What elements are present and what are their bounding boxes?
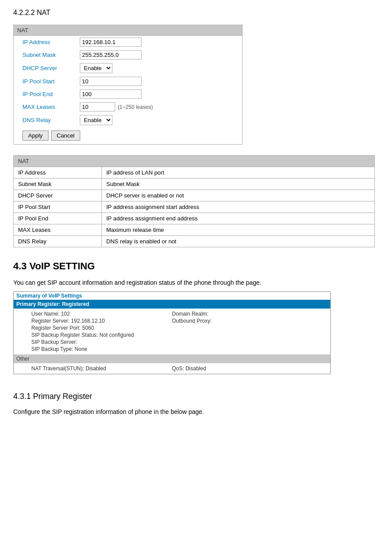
input-subnet-mask[interactable] (80, 50, 142, 60)
section-43-desc: You can get SIP account information and … (13, 279, 379, 286)
nat-row-max-leases: MAX Leases (1~250 leases) (14, 101, 242, 113)
table-row: IP Address IP address of LAN port (14, 167, 375, 179)
value-ip-address (80, 37, 142, 47)
voip-summary-title: Summary of VoIP Settings (14, 292, 330, 300)
desc-col1-ip-address: IP Address (14, 167, 102, 179)
nat-form-panel: NAT IP Address Subnet Mask DHCP Server E… (13, 25, 243, 145)
value-ip-pool-start (80, 77, 142, 86)
section-43-title: 4.3 VoIP SETTING (13, 261, 379, 272)
voip-row-outbound-proxy: Outbound Proxy: (172, 317, 313, 324)
desc-col2-ip-pool-end: IP address assignment end address (102, 213, 375, 224)
desc-col1-ip-pool-end: IP Pool End (14, 213, 102, 224)
desc-col2-dns-relay: DNS relay is enabled or not (102, 236, 375, 247)
input-ip-address[interactable] (80, 37, 142, 47)
table-row: IP Pool Start IP address assignment star… (14, 201, 375, 213)
desc-col1-max-leases: MAX Leases (14, 224, 102, 236)
value-dhcp-server: Enable Disable (80, 63, 112, 73)
voip-primary-col-left: User Name: 102 Register Server: 192.168.… (31, 310, 172, 353)
input-max-leases[interactable] (80, 102, 115, 112)
desc-col2-subnet-mask: Subnet Mask (102, 179, 375, 190)
voip-other-body: NAT Traversal(STUN): Disabled QoS: Disab… (14, 363, 330, 374)
voip-other-col-left: NAT Traversal(STUN): Disabled (31, 365, 172, 372)
nat-row-subnet-mask: Subnet Mask (14, 48, 242, 61)
label-max-leases: MAX Leases (22, 104, 80, 110)
label-ip-pool-end: IP Pool End (22, 91, 80, 97)
value-dns-relay: Enable Disable (80, 115, 112, 125)
nat-row-dhcp-server: DHCP Server Enable Disable (14, 61, 242, 75)
value-subnet-mask (80, 50, 142, 60)
label-dns-relay: DNS Relay (22, 117, 80, 123)
value-max-leases: (1~250 leases) (80, 102, 153, 112)
max-leases-hint: (1~250 leases) (118, 104, 153, 110)
cancel-button[interactable]: Cancel (51, 130, 80, 141)
voip-primary-body: User Name: 102 Register Server: 192.168.… (14, 309, 330, 354)
voip-row-sip-backup-server: SIP Backup Server: (31, 339, 172, 346)
voip-row-nat-traversal: NAT Traversal(STUN): Disabled (31, 365, 172, 372)
desc-col1-subnet-mask: Subnet Mask (14, 179, 102, 190)
table-row: DHCP Server DHCP server is enabled or no… (14, 190, 375, 201)
table-row: MAX Leases Maximum release time (14, 224, 375, 236)
table-row: IP Pool End IP address assignment end ad… (14, 213, 375, 224)
desc-table-header-row: NAT (14, 156, 375, 167)
input-ip-pool-start[interactable] (80, 77, 142, 86)
voip-row-qos: QoS: Disabled (172, 365, 313, 372)
desc-col2-dhcp-server: DHCP server is enabled or not (102, 190, 375, 201)
voip-row-register-server: Register Server: 192.168.12.10 (31, 317, 172, 324)
section-431-desc: Configure the SIP registration informati… (13, 408, 379, 415)
nat-desc-table: NAT IP Address IP address of LAN port Su… (13, 155, 375, 247)
desc-col2-ip-address: IP address of LAN port (102, 167, 375, 179)
voip-other-col-right: QoS: Disabled (172, 365, 313, 372)
desc-table-header: NAT (14, 156, 375, 167)
label-ip-address: IP Address (22, 39, 80, 45)
nat-row-ip-pool-end: IP Pool End (14, 88, 242, 101)
apply-button[interactable]: Apply (22, 130, 49, 141)
label-ip-pool-start: IP Pool Start (22, 78, 80, 85)
voip-row-register-port: Register Server Port: 5060 (31, 324, 172, 331)
table-row: DNS Relay DNS relay is enabled or not (14, 236, 375, 247)
section-422-title: 4.2.2.2 NAT (13, 9, 379, 17)
voip-summary-panel: Summary of VoIP Settings Primary Registe… (13, 291, 331, 374)
desc-col1-dns-relay: DNS Relay (14, 236, 102, 247)
desc-col2-ip-pool-start: IP address assignment start address (102, 201, 375, 213)
voip-row-username: User Name: 102 (31, 310, 172, 317)
table-row: Subnet Mask Subnet Mask (14, 179, 375, 190)
voip-primary-col-right: Domain Realm: Outbound Proxy: (172, 310, 313, 353)
select-dns-relay[interactable]: Enable Disable (80, 115, 112, 125)
voip-row-sip-backup-status: SIP Backup Register Status: Not configur… (31, 331, 172, 339)
nat-row-ip-address: IP Address (14, 36, 242, 48)
value-ip-pool-end (80, 89, 142, 99)
section-431-title: 4.3.1 Primary Register (13, 392, 379, 401)
select-dhcp-server[interactable]: Enable Disable (80, 63, 112, 73)
desc-col1-dhcp-server: DHCP Server (14, 190, 102, 201)
voip-row-domain-realm: Domain Realm: (172, 310, 313, 317)
voip-other-header: Other (14, 354, 330, 363)
label-dhcp-server: DHCP Server (22, 65, 80, 71)
input-ip-pool-end[interactable] (80, 89, 142, 99)
nat-panel-header: NAT (14, 25, 242, 36)
nat-row-dns-relay: DNS Relay Enable Disable (14, 113, 242, 127)
desc-col1-ip-pool-start: IP Pool Start (14, 201, 102, 213)
nat-row-ip-pool-start: IP Pool Start (14, 75, 242, 88)
label-subnet-mask: Subnet Mask (22, 52, 80, 58)
desc-col2-max-leases: Maximum release time (102, 224, 375, 236)
voip-row-sip-backup-type: SIP Backup Type: None (31, 346, 172, 353)
voip-primary-header: Primary Register: Registered (14, 300, 330, 309)
nat-form-buttons: Apply Cancel (14, 127, 242, 144)
